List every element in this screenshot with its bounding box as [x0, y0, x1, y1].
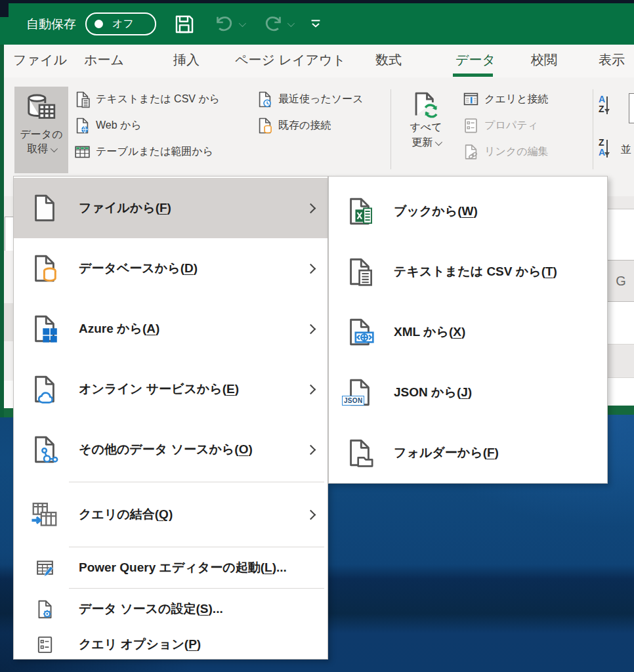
screen-corner: [0, 3, 9, 17]
group-separator: [391, 89, 391, 169]
sort-az-button[interactable]: AZ: [599, 94, 608, 114]
name-box[interactable]: [5, 217, 14, 252]
data-source-settings-icon: [30, 594, 60, 624]
menu-item-label: クエリの結合(Q): [79, 506, 173, 523]
redo-icon: [261, 12, 285, 36]
excel-workbook-icon: [345, 196, 375, 226]
properties-button: プロパティ: [462, 117, 538, 135]
file-text-csv-icon: [74, 91, 91, 108]
get-data-label: データの取得: [20, 127, 62, 156]
edit-links-icon: [462, 143, 480, 161]
save-button[interactable]: [173, 13, 196, 35]
menu-item-launch-power-query-editor[interactable]: Power Query エディターの起動(L)...: [14, 549, 328, 586]
menu-item-from-other-sources[interactable]: その他のデータ ソースから(O): [14, 419, 328, 480]
menu-separator: [69, 547, 324, 547]
submenu-arrow-icon: [306, 384, 316, 394]
quick-access-customize-button[interactable]: [308, 16, 323, 33]
tab-home[interactable]: ホーム: [84, 45, 124, 75]
formula-bar[interactable]: [608, 209, 634, 261]
submenu-item-label: テキストまたは CSV から(T): [394, 263, 557, 280]
menu-separator: [69, 588, 324, 589]
undo-dropdown-icon: [239, 19, 246, 26]
menu-item-from-azure[interactable]: Azure から(A): [14, 299, 328, 359]
file-azure-icon: [30, 314, 60, 344]
queries-connections-button[interactable]: クエリと接続: [462, 91, 549, 108]
worksheet-left-edge: [4, 196, 13, 417]
file-clock-icon: [256, 91, 274, 108]
submenu-item-label: ブックから(W): [394, 203, 478, 220]
quick-access-customize-icon: [308, 16, 323, 30]
file-globe-icon: [74, 117, 91, 135]
menu-item-from-file[interactable]: ファイルから(F): [14, 178, 328, 238]
menu-item-from-online-services[interactable]: オンライン サービスから(E): [14, 359, 328, 419]
file-cloud-icon: [30, 374, 60, 404]
submenu-item-from-folder[interactable]: フォルダーから(F): [329, 423, 607, 483]
tab-insert[interactable]: 挿入: [173, 45, 200, 75]
menu-item-label: オンライン サービスから(E): [79, 381, 239, 398]
folder-icon: [345, 438, 375, 468]
submenu-item-label: XML から(X): [394, 324, 465, 341]
submenu-arrow-icon: [306, 509, 316, 520]
get-data-button[interactable]: データの取得: [14, 87, 68, 173]
autosave-toggle[interactable]: オフ: [85, 12, 156, 35]
menu-item-from-database[interactable]: データベースから(D): [14, 238, 328, 299]
filter-icon[interactable]: [629, 93, 634, 123]
autosave-label: 自動保存: [26, 16, 76, 33]
power-query-editor-icon: [30, 553, 60, 583]
json-badge: JSON: [342, 396, 364, 406]
query-options-icon: [30, 629, 60, 660]
submenu-arrow-icon: [306, 324, 316, 334]
existing-connections-button[interactable]: 既存の接続: [256, 117, 331, 135]
refresh-all-label: すべて更新: [410, 119, 442, 150]
xml-file-icon: [345, 317, 375, 347]
tab-review[interactable]: 校閲: [531, 45, 557, 75]
from-web-button[interactable]: Web から: [74, 117, 142, 135]
combine-queries-icon: [30, 499, 60, 530]
refresh-all-button[interactable]: すべて更新: [398, 88, 454, 173]
redo-button[interactable]: [261, 12, 293, 36]
submenu-item-from-json[interactable]: JSON JSON から(J): [329, 362, 607, 423]
file-icon: [30, 193, 60, 223]
menu-item-label: データベースから(D): [79, 260, 198, 277]
submenu-arrow-icon: [306, 263, 316, 274]
undo-button[interactable]: [213, 12, 244, 36]
autosave-state-label: オフ: [112, 17, 134, 31]
refresh-all-icon: [411, 89, 441, 119]
worksheet-cell[interactable]: [608, 302, 634, 345]
menu-item-label: データ ソースの設定(S)...: [79, 600, 223, 618]
tab-view[interactable]: 表示: [599, 45, 625, 75]
undo-icon: [213, 12, 236, 36]
file-text-csv-icon: [345, 257, 375, 287]
menu-item-combine-queries[interactable]: クエリの結合(Q): [14, 484, 328, 545]
submenu-item-from-text-csv[interactable]: テキストまたは CSV から(T): [329, 242, 607, 302]
menu-item-label: Azure から(A): [79, 320, 159, 337]
file-nodes-icon: [30, 434, 60, 465]
submenu-item-from-xml[interactable]: XML から(X): [329, 302, 607, 362]
menu-item-query-options[interactable]: クエリ オプション(P): [14, 627, 328, 662]
recent-sources-button[interactable]: 最近使ったソース: [256, 91, 364, 108]
submenu-arrow-icon: [306, 203, 316, 213]
submenu-item-from-workbook[interactable]: ブックから(W): [329, 181, 607, 242]
chevron-down-icon: [51, 145, 58, 152]
sort-filter-label: 並: [621, 143, 631, 157]
tab-formulas[interactable]: 数式: [375, 45, 402, 75]
from-file-submenu: ブックから(W) テキストまたは CSV から(T) XML から(X) JSO…: [328, 176, 608, 484]
tab-page-layout[interactable]: ページ レイアウト: [235, 45, 346, 75]
excel-screen: 自動保存 オフ ファイル ホーム 挿入 ページ レイアウト 数式 データ 校閲 …: [0, 0, 634, 672]
database-table-icon: [25, 92, 58, 125]
menu-item-data-source-settings[interactable]: データ ソースの設定(S)...: [14, 591, 328, 627]
title-bar: 自動保存 オフ: [0, 3, 634, 45]
column-header[interactable]: G: [608, 261, 634, 302]
toggle-knob-icon: [95, 20, 103, 28]
sort-down-arrow-icon: [606, 140, 608, 158]
from-table-range-button[interactable]: テーブルまたは範囲から: [74, 143, 213, 161]
file-database-icon: [256, 117, 274, 135]
tab-file[interactable]: ファイル: [13, 45, 67, 75]
menu-separator: [69, 482, 324, 482]
chevron-down-icon: [435, 138, 442, 146]
sort-za-button[interactable]: ZA: [599, 138, 608, 158]
queries-connections-icon: [462, 91, 480, 108]
redo-dropdown-icon: [287, 19, 295, 26]
from-text-csv-button[interactable]: テキストまたは CSV から: [74, 91, 220, 108]
tab-data[interactable]: データ: [455, 45, 496, 75]
